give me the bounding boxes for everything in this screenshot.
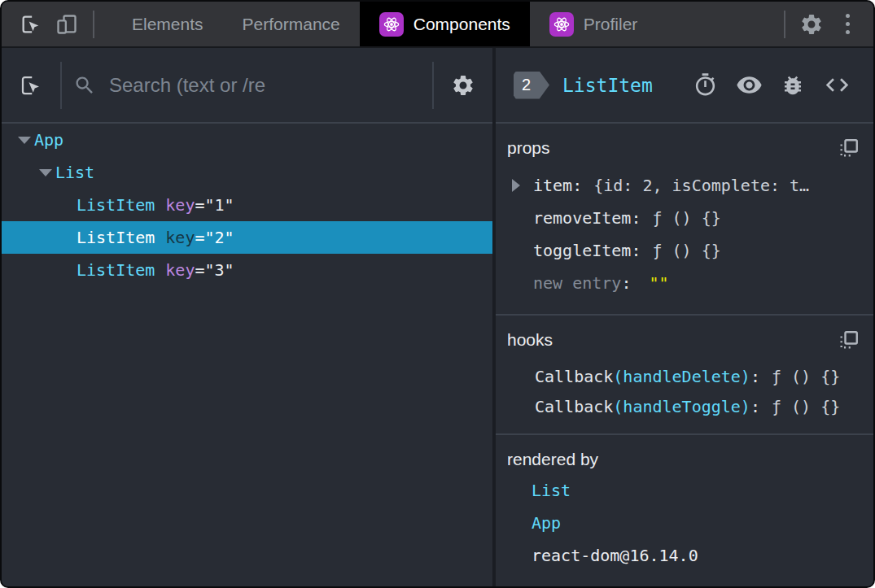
prop-row-toggleItem[interactable]: toggleItem:ƒ () {} bbox=[496, 234, 873, 267]
expand-prop-arrow-icon[interactable] bbox=[512, 179, 533, 192]
hook-name: (handleDelete) bbox=[613, 367, 750, 386]
prop-value: "" bbox=[649, 273, 668, 293]
prop-colon: : bbox=[621, 273, 631, 293]
toolbar-divider-2 bbox=[432, 62, 434, 109]
toolbar-divider-1 bbox=[60, 62, 62, 109]
prop-colon: : bbox=[572, 176, 582, 195]
topbar-divider bbox=[93, 11, 94, 38]
hooks-section: hooks Callback(handleDelete): ƒ () {}Cal… bbox=[496, 316, 873, 435]
hook-value: ƒ () {} bbox=[772, 367, 840, 386]
prop-value: ƒ () {} bbox=[652, 208, 720, 228]
rendered-by-section: rendered by ListAppreact-dom@16.14.0 bbox=[496, 435, 873, 586]
rendered-by-title: rendered by bbox=[507, 450, 598, 469]
owner-link: List bbox=[532, 481, 571, 500]
key-attr-value: ="2" bbox=[195, 228, 234, 247]
tab-label: Elements bbox=[132, 15, 203, 34]
hook-row-handleDelete[interactable]: Callback(handleDelete): ƒ () {} bbox=[496, 361, 873, 391]
inspect-dom-eye-icon[interactable] bbox=[730, 68, 768, 103]
tab-profiler[interactable]: Profiler bbox=[530, 2, 658, 46]
key-attr-name: key bbox=[165, 260, 195, 280]
owners-stack-badge[interactable]: 2 bbox=[514, 72, 549, 99]
prop-name: toggleItem bbox=[533, 241, 631, 260]
detail-sections: props item:{id: 2, isComplete: t…removeI… bbox=[496, 124, 873, 586]
search-icon bbox=[73, 74, 96, 97]
rendered-by-react-dom-16-14-0: react-dom@16.14.0 bbox=[496, 539, 873, 572]
tree-settings-gear-icon[interactable] bbox=[445, 68, 481, 103]
view-source-code-icon[interactable] bbox=[818, 68, 855, 103]
component-name: List bbox=[55, 163, 94, 182]
hook-type: Callback bbox=[535, 397, 613, 416]
topbar-right-icons bbox=[776, 2, 873, 46]
prop-colon: : bbox=[631, 241, 641, 260]
component-name: ListItem bbox=[77, 228, 155, 247]
prop-row-new-entry[interactable]: new entry:"" bbox=[496, 267, 873, 299]
suspense-timer-icon[interactable] bbox=[686, 68, 724, 103]
tab-performance[interactable]: Performance bbox=[223, 2, 360, 46]
devtools-tab-bar: ElementsPerformanceComponentsProfiler bbox=[2, 2, 873, 48]
tab-components[interactable]: Components bbox=[360, 2, 530, 46]
hook-type: Callback bbox=[535, 367, 613, 386]
devtools-window: ElementsPerformanceComponentsProfiler bbox=[0, 0, 875, 588]
tree-row-listitem-key-2[interactable]: ListItemkey="2" bbox=[2, 221, 492, 254]
select-element-icon[interactable] bbox=[13, 68, 49, 103]
prop-value: {id: 2, isComplete: t… bbox=[593, 176, 809, 195]
hooks-section-title: hooks bbox=[507, 330, 553, 350]
expand-arrow-icon[interactable] bbox=[36, 169, 55, 176]
more-options-kebab-icon[interactable] bbox=[829, 7, 865, 42]
tree-row-list[interactable]: List bbox=[2, 156, 492, 189]
tree-toolbar bbox=[2, 48, 492, 124]
react-logo-icon bbox=[379, 12, 404, 37]
tab-label: Components bbox=[413, 15, 510, 34]
prop-name: removeItem bbox=[533, 208, 631, 228]
component-name: ListItem bbox=[77, 260, 155, 280]
hook-name: (handleToggle) bbox=[613, 397, 750, 416]
key-attr-name: key bbox=[165, 228, 195, 247]
prop-value: ƒ () {} bbox=[652, 241, 720, 260]
component-header: 2 ListItem bbox=[496, 48, 873, 124]
tree-row-listitem-key-3[interactable]: ListItemkey="3" bbox=[2, 254, 492, 286]
prop-name: new entry bbox=[533, 273, 621, 293]
component-details-panel: 2 ListItem bbox=[492, 48, 873, 586]
topbar-left-icons bbox=[2, 2, 103, 46]
owner-link: App bbox=[532, 513, 561, 533]
props-section: props item:{id: 2, isComplete: t…removeI… bbox=[496, 124, 873, 316]
key-attr-value: ="3" bbox=[195, 260, 234, 280]
tab-elements[interactable]: Elements bbox=[112, 2, 223, 46]
component-name: ListItem bbox=[77, 195, 155, 215]
hook-colon: : bbox=[750, 397, 760, 416]
rendered-by-List[interactable]: List bbox=[496, 474, 873, 507]
main-split: AppListListItemkey="1"ListItemkey="2"Lis… bbox=[2, 48, 873, 586]
renderer-version: react-dom@16.14.0 bbox=[532, 546, 698, 565]
prop-row-item[interactable]: item:{id: 2, isComplete: t… bbox=[496, 169, 873, 202]
tree-row-listitem-key-1[interactable]: ListItemkey="1" bbox=[2, 189, 492, 221]
component-header-icons bbox=[686, 68, 855, 103]
search-input[interactable] bbox=[109, 74, 421, 97]
component-tree: AppListListItemkey="1"ListItemkey="2"Lis… bbox=[2, 124, 492, 586]
tree-row-app[interactable]: App bbox=[2, 124, 492, 156]
search-bar bbox=[73, 74, 421, 97]
prop-row-removeItem[interactable]: removeItem:ƒ () {} bbox=[496, 202, 873, 234]
hook-row-handleToggle[interactable]: Callback(handleToggle): ƒ () {} bbox=[496, 391, 873, 421]
expand-arrow-icon[interactable] bbox=[15, 137, 34, 144]
debug-bug-icon[interactable] bbox=[774, 68, 812, 103]
settings-gear-icon[interactable] bbox=[794, 7, 829, 42]
prop-name: item bbox=[533, 176, 572, 195]
key-attr-value: ="1" bbox=[195, 195, 234, 215]
copy-props-icon[interactable] bbox=[839, 138, 859, 158]
selected-component-name: ListItem bbox=[562, 75, 653, 96]
tab-label: Performance bbox=[243, 15, 340, 34]
component-name: App bbox=[34, 130, 63, 150]
copy-hooks-icon[interactable] bbox=[839, 330, 859, 350]
rendered-by-App[interactable]: App bbox=[496, 507, 873, 539]
tab-label: Profiler bbox=[584, 15, 638, 34]
devtools-tabs: ElementsPerformanceComponentsProfiler bbox=[112, 2, 657, 46]
hook-value: ƒ () {} bbox=[772, 397, 840, 416]
components-tree-panel: AppListListItemkey="1"ListItemkey="2"Lis… bbox=[2, 48, 492, 586]
props-section-title: props bbox=[507, 138, 550, 158]
inspect-element-icon[interactable] bbox=[13, 7, 49, 42]
react-logo-icon bbox=[549, 12, 574, 37]
hook-colon: : bbox=[750, 367, 760, 386]
key-attr-name: key bbox=[165, 195, 195, 215]
device-toolbar-icon[interactable] bbox=[49, 7, 85, 42]
prop-colon: : bbox=[631, 208, 641, 228]
